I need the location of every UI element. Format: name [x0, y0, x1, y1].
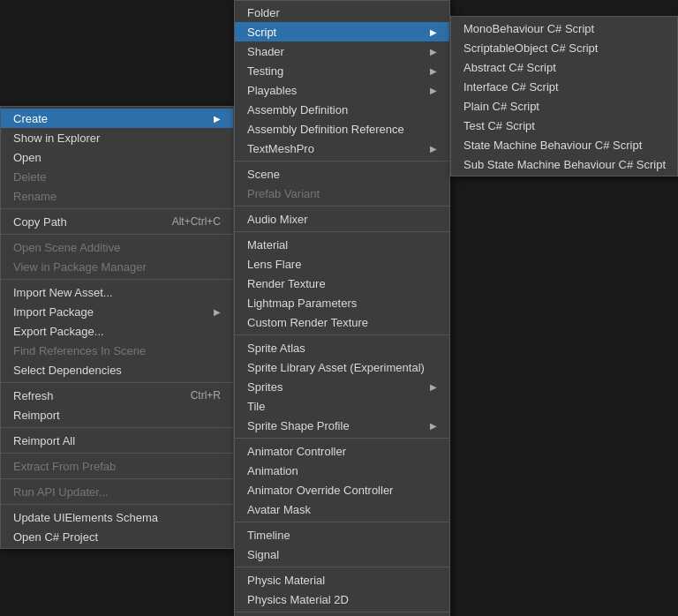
left-menu-item-select-dependencies[interactable]: Select Dependencies: [1, 360, 233, 379]
right-menu-item-sub-state-machine-behaviour-csharp-script[interactable]: Sub State Machine Behaviour C# Script: [451, 154, 677, 174]
left-menu-item-refresh[interactable]: RefreshCtrl+R: [1, 386, 233, 405]
menu-item-label: Animator Override Controller: [247, 484, 437, 497]
menu-item-label: View in Package Manager: [13, 260, 221, 274]
submenu-arrow-icon: ▶: [430, 382, 437, 392]
left-menu-item-create[interactable]: Create▶: [1, 109, 233, 128]
middle-menu-item-sprite-library-asset[interactable]: Sprite Library Asset (Experimental): [235, 357, 449, 377]
submenu-arrow-icon: ▶: [430, 144, 437, 154]
middle-menu-item-sprite-shape-profile[interactable]: Sprite Shape Profile▶: [235, 416, 449, 435]
menu-item-label: Scene: [247, 168, 437, 181]
menu-item-label: Lens Flare: [247, 258, 437, 271]
menu-item-label: Open C# Project: [13, 530, 221, 544]
middle-menu-item-sprites[interactable]: Sprites▶: [235, 377, 449, 396]
middle-menu-item-animator-controller[interactable]: Animator Controller: [235, 441, 449, 461]
menu-item-label: MonoBehaviour C# Script: [463, 22, 665, 35]
middle-menu-item-lightmap-parameters[interactable]: Lightmap Parameters: [235, 293, 449, 312]
menu-item-label: Rename: [13, 190, 221, 203]
middle-menu-item-scene[interactable]: Scene: [235, 164, 449, 184]
menu-item-label: Audio Mixer: [247, 213, 437, 226]
left-menu-item-export-package[interactable]: Export Package...: [1, 321, 233, 341]
menu-item-label: Testing: [247, 64, 425, 78]
middle-menu-item-shader[interactable]: Shader▶: [235, 41, 449, 61]
left-menu-item-import-new-asset[interactable]: Import New Asset...: [1, 282, 233, 302]
menu-item-label: Animation: [247, 464, 437, 477]
left-menu-item-copy-path[interactable]: Copy PathAlt+Ctrl+C: [1, 212, 233, 231]
left-menu-item-reimport-all[interactable]: Reimport All: [1, 431, 233, 450]
middle-menu-item-playables[interactable]: Playables▶: [235, 80, 449, 100]
middle-menu-item-prefab-variant: Prefab Variant: [235, 184, 449, 203]
right-menu-item-monobehaviour-csharp-script[interactable]: MonoBehaviour C# Script: [451, 19, 677, 38]
middle-menu-item-sprite-atlas[interactable]: Sprite Atlas: [235, 338, 449, 357]
menu-item-label: Delete: [13, 170, 221, 184]
menu-item-label: Import New Asset...: [13, 286, 221, 299]
menu-item-label: Avatar Mask: [247, 503, 437, 516]
middle-menu-item-audio-mixer[interactable]: Audio Mixer: [235, 209, 449, 229]
middle-menu-item-tile[interactable]: Tile: [235, 396, 449, 416]
middle-menu-item-textmeshpro[interactable]: TextMeshPro▶: [235, 139, 449, 158]
middle-menu-item-assembly-definition-reference[interactable]: Assembly Definition Reference: [235, 119, 449, 139]
left-menu-item-open[interactable]: Open: [1, 147, 233, 167]
middle-menu-item-avatar-mask[interactable]: Avatar Mask: [235, 500, 449, 519]
middle-menu-item-animation[interactable]: Animation: [235, 461, 449, 480]
submenu-arrow-icon: ▶: [430, 27, 437, 37]
middle-menu-item-material[interactable]: Material: [235, 235, 449, 254]
menu-separator: [235, 522, 449, 522]
submenu-arrow-icon: ▶: [430, 66, 437, 76]
menu-separator: [1, 504, 233, 505]
menu-separator: [1, 234, 233, 235]
menu-item-label: State Machine Behaviour C# Script: [463, 139, 665, 152]
menu-item-label: Physics Material 2D: [247, 593, 437, 606]
middle-menu-item-script[interactable]: Script▶: [235, 22, 449, 41]
middle-menu-item-animator-override-controller[interactable]: Animator Override Controller: [235, 480, 449, 500]
menu-separator: [1, 382, 233, 383]
middle-menu-item-physic-material[interactable]: Physic Material: [235, 570, 449, 590]
menu-item-label: Folder: [247, 6, 437, 19]
middle-menu-item-render-texture[interactable]: Render Texture: [235, 274, 449, 293]
menu-item-shortcut: Alt+Ctrl+C: [172, 215, 221, 228]
menu-item-label: Tile: [247, 400, 437, 413]
middle-menu-item-physics-material-2d[interactable]: Physics Material 2D: [235, 590, 449, 609]
menu-separator: [1, 427, 233, 428]
menu-item-label: Reimport All: [13, 434, 221, 447]
middle-menu-item-lens-flare[interactable]: Lens Flare: [235, 254, 449, 274]
right-menu-item-plain-csharp-script[interactable]: Plain C# Script: [451, 96, 677, 116]
right-menu: MonoBehaviour C# ScriptScriptableObject …: [450, 16, 678, 177]
left-menu-item-open-scene-additive: Open Scene Additive: [1, 237, 233, 257]
menu-separator: [1, 279, 233, 280]
left-menu-item-run-api-updater: Run API Updater...: [1, 482, 233, 501]
left-menu-item-open-csharp-project[interactable]: Open C# Project: [1, 527, 233, 546]
menu-item-label: Extract From Prefab: [13, 460, 221, 473]
menu-item-label: Assembly Definition Reference: [247, 123, 437, 136]
menu-item-label: Abstract C# Script: [463, 61, 665, 74]
left-menu-item-import-package[interactable]: Import Package▶: [1, 302, 233, 321]
left-menu-item-show-in-explorer[interactable]: Show in Explorer: [1, 128, 233, 147]
middle-menu-item-signal[interactable]: Signal: [235, 545, 449, 564]
menu-item-label: Material: [247, 238, 437, 252]
menu-item-label: Reimport: [13, 409, 221, 422]
middle-menu-item-folder[interactable]: Folder: [235, 3, 449, 22]
left-menu-item-delete: Delete: [1, 167, 233, 186]
middle-menu-item-testing[interactable]: Testing▶: [235, 61, 449, 80]
middle-menu-item-custom-render-texture[interactable]: Custom Render Texture: [235, 312, 449, 332]
menu-separator: [1, 453, 233, 454]
right-menu-item-interface-csharp-script[interactable]: Interface C# Script: [451, 77, 677, 96]
menu-item-label: Lightmap Parameters: [247, 297, 437, 310]
right-menu-item-test-csharp-script[interactable]: Test C# Script: [451, 116, 677, 135]
menu-item-label: Test C# Script: [463, 119, 665, 132]
menu-item-label: Open Scene Additive: [13, 241, 221, 254]
middle-menu-item-assembly-definition[interactable]: Assembly Definition: [235, 100, 449, 119]
left-menu-item-update-ui-elements-schema[interactable]: Update UIElements Schema: [1, 507, 233, 527]
menu-item-label: Custom Render Texture: [247, 316, 437, 329]
menu-item-label: Animator Controller: [247, 445, 437, 458]
menu-separator: [1, 208, 233, 209]
menu-separator: [235, 206, 449, 207]
menu-item-label: Export Package...: [13, 325, 221, 338]
menu-item-label: Sprite Atlas: [247, 342, 437, 355]
menu-item-label: Find References In Scene: [13, 344, 221, 357]
right-menu-item-scriptableobject-csharp-script[interactable]: ScriptableObject C# Script: [451, 38, 677, 57]
right-menu-item-state-machine-behaviour-csharp-script[interactable]: State Machine Behaviour C# Script: [451, 135, 677, 154]
left-menu-item-extract-from-prefab: Extract From Prefab: [1, 456, 233, 476]
middle-menu-item-timeline[interactable]: Timeline: [235, 525, 449, 545]
right-menu-item-abstract-csharp-script[interactable]: Abstract C# Script: [451, 57, 677, 77]
left-menu-item-reimport[interactable]: Reimport: [1, 405, 233, 424]
